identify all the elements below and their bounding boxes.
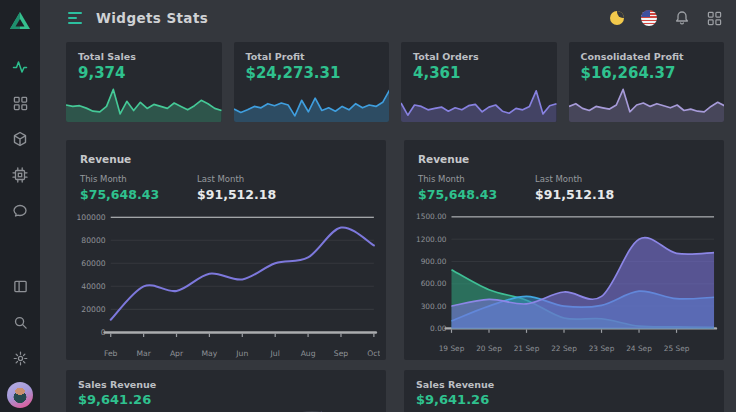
top-header: Widgets Stats [40,0,736,36]
user-avatar[interactable] [7,382,33,408]
sparkline-chart [234,82,390,122]
brand-logo[interactable] [8,9,32,37]
sidebar-item-cpu[interactable] [0,157,40,193]
stat-value: 4,361 [401,64,557,82]
this-month-value: $75,648.43 [418,187,497,202]
app-root: Widgets Stats Total Sales 9,374 [0,0,736,412]
header-actions [610,10,722,26]
this-month-value: $75,648.43 [80,187,159,202]
sparkline-chart [401,82,557,122]
cpu-chip-icon [12,167,28,183]
svg-text:20 Sep: 20 Sep [476,344,502,353]
stat-value: $16,264.37 [569,64,725,82]
tick-gauge-chart [590,384,710,412]
revenue-line-card: Revenue This Month $75,648.43 Last Month… [66,140,386,360]
last-month-label: Last Month [197,174,276,184]
last-month-value: $91,512.18 [535,187,614,202]
activity-icon [12,59,28,75]
svg-text:Aug: Aug [301,349,316,358]
svg-text:23 Sep: 23 Sep [589,344,615,353]
hamburger-menu-icon[interactable] [68,12,82,24]
svg-text:22 Sep: 22 Sep [551,344,577,353]
svg-text:100000: 100000 [77,213,106,222]
stat-card-total-sales[interactable]: Total Sales 9,374 [66,42,222,122]
sidebar-item-settings[interactable] [0,340,40,376]
revenue-line-chart: 020000400006000080000100000FebMarAprMayJ… [74,208,380,359]
svg-text:19 Sep: 19 Sep [439,344,465,353]
sparkline-chart [66,82,222,122]
package-box-icon [12,131,28,147]
svg-text:900.00: 900.00 [421,257,447,266]
svg-text:60000: 60000 [81,259,105,268]
this-month-block: This Month $75,648.43 [418,174,497,202]
this-month-label: This Month [80,174,159,184]
stat-value: $24,273.31 [234,64,390,82]
svg-text:24 Sep: 24 Sep [626,344,652,353]
sidebar-item-search[interactable] [0,304,40,340]
svg-text:Feb: Feb [104,349,118,358]
stat-label: Consolidated Profit [569,42,725,64]
sidebar-item-chat[interactable] [0,193,40,229]
chart-summary: This Month $75,648.43 Last Month $91,512… [66,174,386,202]
chat-bubble-icon [12,203,28,219]
stat-label: Total Sales [66,42,222,64]
svg-text:300.00: 300.00 [421,302,447,311]
apps-grid-icon[interactable] [707,11,722,26]
triangle-logo-icon [8,9,32,33]
sidebar-item-package[interactable] [0,121,40,157]
stat-label: Total Profit [234,42,390,64]
svg-text:0.00: 0.00 [430,324,447,333]
revenue-area-chart: 0.00300.00600.00900.001200.001500.0019 S… [412,208,718,354]
language-us-flag-icon[interactable] [641,10,657,26]
charts-row: Revenue This Month $75,648.43 Last Month… [66,140,724,360]
sparkline-chart [569,82,725,122]
stats-row: Total Sales 9,374 Total Profit $24,273.3… [66,42,724,122]
stat-card-total-profit[interactable]: Total Profit $24,273.31 [234,42,390,122]
svg-text:1500.00: 1500.00 [416,212,447,221]
layout-panel-icon [13,279,28,294]
svg-text:25 Sep: 25 Sep [664,344,690,353]
search-icon [13,315,28,330]
svg-text:20000: 20000 [81,305,105,314]
this-month-label: This Month [418,174,497,184]
bottom-row: Sales Revenue $9,641.26 Sales Revenue $9… [66,370,724,412]
svg-text:Sep: Sep [334,349,349,358]
svg-text:Oct: Oct [367,349,380,358]
chart-title: Revenue [66,140,386,174]
notifications-bell-icon[interactable] [674,10,690,26]
stat-card-total-orders[interactable]: Total Orders 4,361 [401,42,557,122]
sidebar-item-dashboard[interactable] [0,85,40,121]
last-month-block: Last Month $91,512.18 [535,174,614,202]
chart-summary: This Month $75,648.43 Last Month $91,512… [404,174,724,202]
svg-text:40000: 40000 [81,282,105,291]
svg-text:600.00: 600.00 [421,279,447,288]
svg-text:1200.00: 1200.00 [416,235,447,244]
content: Total Sales 9,374 Total Profit $24,273.3… [40,36,736,412]
last-month-block: Last Month $91,512.18 [197,174,276,202]
svg-text:Jun: Jun [235,349,248,358]
stat-label: Total Orders [401,42,557,64]
svg-text:Mar: Mar [136,349,151,358]
svg-text:May: May [202,349,218,358]
revenue-area-card: Revenue This Month $75,648.43 Last Month… [404,140,724,360]
ring-gauge-chart [252,384,372,412]
theme-toggle-moon-icon[interactable] [610,11,624,25]
svg-text:Apr: Apr [170,349,184,358]
this-month-block: This Month $75,648.43 [80,174,159,202]
sidebar [0,0,40,412]
sales-revenue-card-ticks[interactable]: Sales Revenue $9,641.26 [404,370,724,412]
chart-title: Revenue [404,140,724,174]
svg-text:Jul: Jul [270,349,280,358]
main-area: Widgets Stats Total Sales 9,374 [40,0,736,412]
svg-text:21 Sep: 21 Sep [514,344,540,353]
settings-gear-icon [13,351,28,366]
sidebar-item-activity[interactable] [0,49,40,85]
dashboard-grid-icon [13,96,28,111]
sidebar-item-layout[interactable] [0,268,40,304]
stat-card-consolidated-profit[interactable]: Consolidated Profit $16,264.37 [569,42,725,122]
last-month-label: Last Month [535,174,614,184]
stat-value: 9,374 [66,64,222,82]
svg-text:80000: 80000 [81,236,105,245]
sales-revenue-card-ring[interactable]: Sales Revenue $9,641.26 [66,370,386,412]
page-title: Widgets Stats [96,10,208,26]
